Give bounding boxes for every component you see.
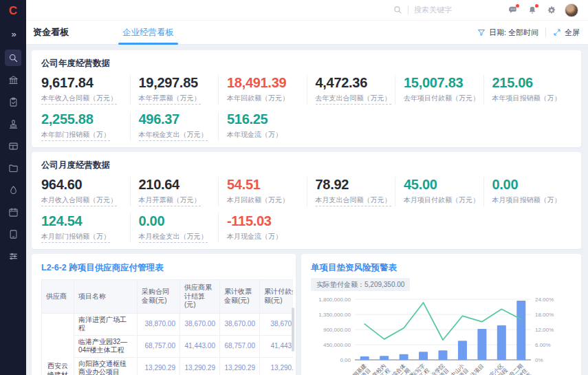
amount-cell: 38,670.00 [180,313,220,335]
table-wrapper[interactable]: 供应商项目名称采购合同金额(元)供应商累计结算(元)累计收票金额(元)累计付款金… [41,279,293,375]
kpi-value: 45.00 [404,177,483,193]
monthly-kpi-card: 公司月度经营数据 964.60本月收入合同额（万元）210.64本月开票额（万元… [32,152,581,249]
bar[interactable] [360,356,369,360]
bottom-row: L2-6-2 跨项目供应商应付管理表 供应商项目名称采购合同金额(元)供应商累计… [32,254,581,375]
right-axis-tick: 12.00% [535,327,554,333]
column-header: 供应商 [42,280,74,314]
sidebar-item-clipboard[interactable] [5,94,21,110]
chevrons-right-icon[interactable]: » [11,29,14,44]
sidebar-item-tablet[interactable] [5,226,21,242]
amount-cell: 38,670.00 [220,313,260,335]
bar-line-chart: 1,800,000.0024.00%1,350,000.0018.00%900,… [311,294,571,375]
tab-funds-board[interactable]: 资金看板 [33,26,69,39]
sidebar-item-search[interactable] [5,50,21,66]
sidebar-item-folder[interactable] [5,160,21,176]
bar[interactable] [439,350,448,360]
topbar-actions [507,4,558,17]
app-logo[interactable]: C [0,0,26,22]
tab-enterprise-board[interactable]: 企业经营看板 [114,21,182,45]
kpi-item: 45.00本月项目付款额（万元） [395,177,483,206]
fullscreen-button[interactable]: 全屏 [553,28,580,38]
expand-icon [553,28,561,36]
bar[interactable] [419,352,428,360]
supplier-cell: 西安云峰建材有限公司 [42,313,74,375]
panel-icon [8,141,19,151]
date-filter-label: 日期: 全部时间 [489,28,538,38]
notifications-button[interactable] [526,4,538,17]
settings-button[interactable] [545,4,558,17]
sidebar-item-building[interactable] [5,72,21,88]
left-axis-tick: 1,350,000.00 [318,312,351,318]
stamp-icon [8,119,19,129]
clipboard-icon [8,97,19,107]
sidebar-item-stamp[interactable] [5,116,21,132]
sidebar-item-droplet[interactable] [5,182,21,198]
app-root: C » 搜索关键字 资金看板 企业经营看板 日期: 全部时间 [0,0,588,375]
left-axis-tick: 0.00 [340,357,351,363]
kpi-item: 19,297.85本年开票额（万元） [130,75,219,105]
kpi-label: 本月现金流（万） [227,232,282,242]
kpi-label: 去年项目付款额（万元） [404,94,479,104]
kpi-value: 210.64 [139,177,219,193]
table-row: 西安云峰建材有限公司南洋进贤广场工程38,870.0038,670.0038,6… [42,313,294,335]
global-search[interactable]: 搜索关键字 [393,5,452,15]
kpi-label: 本月项目报销额（万） [492,195,561,206]
vertical-scrollbar[interactable] [292,308,294,352]
annual-kpi-card: 公司年度经营数据 9,617.84本年收入合同额（万元）19,297.85本年开… [32,50,581,147]
kpi-item: -115.03本月现金流（万） [218,213,307,243]
avatar[interactable] [565,3,578,17]
messages-button[interactable] [507,4,519,17]
kpi-label: 本月项目付款额（万元） [404,195,479,206]
kpi-label: 本年税金支出（万元） [139,130,208,141]
right-axis-tick: 18.00% [535,312,554,318]
annual-kpi-grid: 9,617.84本年收入合同额（万元）19,297.85本年开票额（万元）18,… [41,75,571,141]
strip-controls: 日期: 全部时间 全屏 [477,28,588,38]
sidebar-item-calendar[interactable] [5,204,21,220]
bar[interactable] [516,301,525,360]
kpi-value: 78.92 [316,177,395,193]
kpi-value: 215.06 [492,75,572,91]
kpi-label: 本年部门报销额（万） [41,130,110,141]
kpi-item: 124.54本月部门报销额（万） [41,213,130,243]
kpi-value: 19,297.85 [139,75,219,91]
sidebar-item-panel[interactable] [5,138,21,154]
column-header: 供应商累计结算(元) [180,280,220,314]
kpi-item: 78.92本月支出合同额（万元） [307,177,395,206]
building-icon [8,75,19,85]
kpi-value: 516.25 [227,111,307,127]
table-title: L2-6-2 跨项目供应商应付管理表 [41,262,293,274]
date-filter[interactable]: 日期: 全部时间 [477,28,538,38]
svg-text:丰北二期基建项目: 丰北二期基建项目 [340,363,372,375]
kpi-item: 210.64本月开票额（万元） [130,177,219,206]
kpi-item: 0.00本月项目报销额（万） [483,177,572,206]
search-icon [393,6,402,14]
kpi-value: 0.00 [139,213,219,229]
kpi-item: 18,491.39本年回款额（万元） [218,75,307,105]
kpi-value: 496.37 [139,111,219,127]
sliders-icon [8,251,19,261]
funnel-icon [477,28,486,36]
kpi-label: 本年回款额（万元） [227,94,289,104]
card-title: 公司月度经营数据 [41,160,571,171]
content-area: 公司年度经营数据 9,617.84本年收入合同额（万元）19,297.85本年开… [26,45,588,375]
kpi-item: 964.60本月收入合同额（万元） [41,177,130,206]
kpi-value: 0.00 [492,177,572,193]
bar[interactable] [400,354,409,360]
risk-chart-card: 单项目垫资风险预警表 实际垫付金额：5,209,350.00 1,800,000… [301,254,581,375]
kpi-label: 本月开票额（万元） [139,195,201,206]
bar[interactable] [458,341,467,360]
kpi-label: 本月收入合同额（万元） [41,195,117,206]
kpi-item: 516.25本年现金流（万） [218,111,307,141]
kpi-label: 本年开票额（万元） [139,94,201,105]
sidebar-item-sliders[interactable] [5,248,21,264]
main-column: 搜索关键字 资金看板 企业经营看板 日期: 全部时间 全屏 [26,0,588,375]
kpi-label: 本年收入合同额（万元） [41,94,117,105]
bar[interactable] [497,325,506,360]
card-title: 公司年度经营数据 [41,58,571,69]
bar[interactable] [477,329,486,360]
search-icon [8,53,19,63]
kpi-value: 54.51 [227,177,307,193]
kpi-label: 本月支出合同额（万元） [316,195,391,206]
kpi-value: 2,255.88 [41,111,130,127]
bar[interactable] [380,356,389,360]
